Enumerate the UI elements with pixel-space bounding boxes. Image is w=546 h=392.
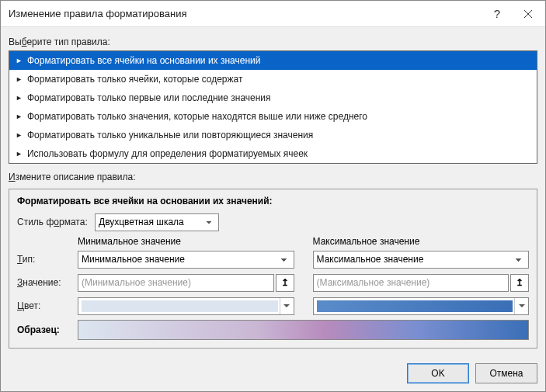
type-row: Тип: Минимальное значение Максимальное з…: [17, 250, 529, 269]
rule-type-item-3[interactable]: ► Форматировать только значения, которые…: [9, 107, 537, 126]
arrow-icon: ►: [16, 131, 23, 139]
desc-title: Форматировать все ячейки на основании их…: [17, 196, 529, 206]
cancel-button[interactable]: Отмена: [475, 363, 537, 383]
rule-type-label: Использовать формулу для определения фор…: [27, 148, 308, 159]
max-range-picker-button[interactable]: ↥: [510, 274, 529, 292]
help-icon: ?: [494, 7, 500, 20]
rule-type-item-2[interactable]: ► Форматировать только первые или послед…: [9, 88, 537, 107]
max-header: Максимальное значение: [313, 236, 530, 247]
arrow-icon: ►: [16, 113, 23, 120]
rule-type-item-4[interactable]: ► Форматировать только уникальные или по…: [9, 126, 537, 144]
edit-description-label: Измените описание правила:: [9, 172, 537, 182]
min-header: Минимальное значение: [78, 236, 294, 247]
rule-type-label: Форматировать только первые или последни…: [27, 92, 271, 103]
rule-type-label: Форматировать только ячейки, которые сод…: [27, 74, 243, 85]
titlebar: Изменение правила форматирования ?: [1, 1, 545, 27]
min-range-picker-button[interactable]: ↥: [276, 274, 294, 292]
rule-description-panel: Форматировать все ячейки на основании их…: [9, 189, 537, 349]
close-icon: [523, 9, 533, 19]
rule-type-label: Форматировать только уникальные или повт…: [27, 130, 313, 140]
preview-row: Образец:: [17, 320, 529, 340]
rule-type-list[interactable]: ► Форматировать все ячейки на основании …: [9, 50, 537, 164]
ok-button[interactable]: OK: [407, 363, 469, 383]
max-color-select[interactable]: [313, 297, 530, 315]
dialog-footer: OK Отмена: [1, 356, 545, 391]
range-picker-icon: ↥: [281, 277, 289, 288]
range-picker-icon: ↥: [516, 277, 523, 288]
rule-type-item-1[interactable]: ► Форматировать только ячейки, которые с…: [9, 70, 537, 88]
column-headers: Минимальное значение Максимальное значен…: [17, 236, 529, 247]
format-style-label: Стиль формата:: [17, 217, 95, 227]
format-style-row: Стиль формата: Двухцветная шкала: [17, 213, 529, 231]
chevron-down-icon: [280, 298, 294, 314]
arrow-icon: ►: [16, 150, 23, 158]
max-type-select[interactable]: Максимальное значение: [313, 251, 530, 269]
max-value-input[interactable]: [313, 274, 509, 292]
select-rule-type-label: Выберите тип правила:: [9, 36, 537, 47]
arrow-icon: ►: [16, 57, 23, 64]
help-button[interactable]: ?: [482, 2, 513, 26]
arrow-icon: ►: [16, 94, 23, 102]
rule-type-item-0[interactable]: ► Форматировать все ячейки на основании …: [9, 51, 537, 70]
value-label: Значение:: [17, 277, 78, 288]
value-row: Значение: ↥ ↥: [17, 273, 529, 292]
color-label: Цвет:: [17, 300, 78, 311]
color-row: Цвет:: [17, 297, 529, 315]
min-type-select[interactable]: Минимальное значение: [78, 251, 294, 269]
format-style-select[interactable]: Двухцветная шкала: [95, 213, 219, 231]
gradient-preview: [78, 320, 529, 340]
dialog-title: Изменение правила форматирования: [9, 8, 482, 19]
max-color-swatch: [317, 300, 513, 312]
min-color-select[interactable]: [78, 297, 294, 315]
rule-type-label: Форматировать все ячейки на основании их…: [27, 55, 261, 66]
min-color-swatch: [82, 300, 278, 312]
arrow-icon: ►: [16, 75, 23, 83]
close-button[interactable]: [513, 2, 544, 26]
rule-type-label: Форматировать только значения, которые н…: [27, 111, 367, 122]
dialog-body: Выберите тип правила: ► Форматировать вс…: [1, 27, 545, 356]
rule-type-item-5[interactable]: ► Использовать формулу для определения ф…: [9, 144, 537, 163]
edit-format-rule-dialog: Изменение правила форматирования ? Выбер…: [0, 0, 546, 392]
type-label: Тип:: [17, 254, 78, 265]
min-value-input[interactable]: [78, 274, 274, 292]
chevron-down-icon: [514, 298, 528, 314]
preview-label: Образец:: [17, 324, 78, 335]
